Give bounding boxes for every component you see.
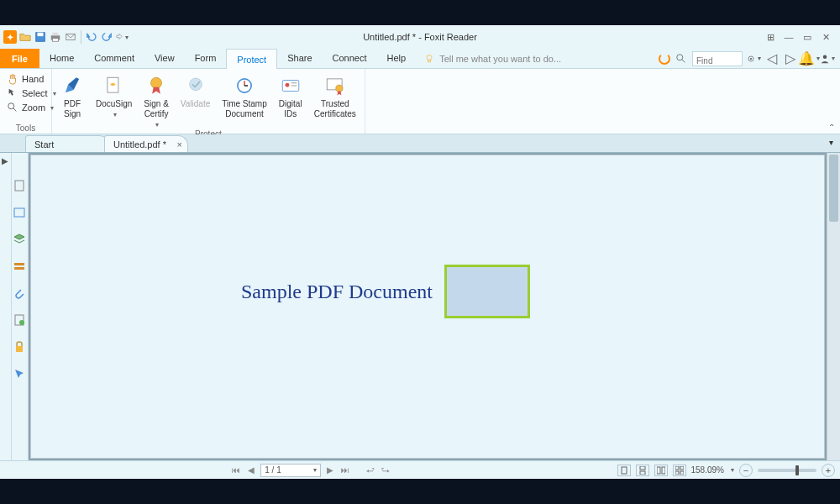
zoom-slider-thumb[interactable] — [795, 465, 799, 475]
svg-rect-41 — [675, 471, 679, 475]
panel-expand-icon[interactable]: ▶ — [0, 153, 12, 460]
document-heading: Sample PDF Document — [241, 281, 433, 303]
tab-form[interactable]: Form — [185, 49, 227, 68]
layers-icon[interactable] — [12, 232, 27, 247]
selected-annotation[interactable] — [444, 265, 530, 318]
user-icon[interactable]: ▾ — [820, 52, 835, 66]
sign-certify-button[interactable]: Sign &Certify ▾ — [139, 71, 173, 129]
attachments-icon[interactable] — [12, 286, 27, 301]
certificate-icon — [324, 75, 346, 97]
group-tools-label: Tools — [3, 123, 48, 134]
signatures-icon[interactable] — [12, 312, 27, 328]
tab-home[interactable]: Home — [39, 49, 84, 68]
zoom-dropdown-icon[interactable]: ▾ — [731, 466, 734, 474]
svg-rect-37 — [657, 467, 660, 474]
svg-rect-28 — [14, 208, 24, 217]
next-view-icon[interactable]: ⮑ — [380, 465, 391, 476]
hand-tool[interactable]: Hand — [3, 72, 60, 86]
maximize-button[interactable]: ▭ — [800, 30, 815, 44]
page-number-box[interactable]: 1 / 1▾ — [260, 464, 321, 477]
single-page-view-icon[interactable] — [617, 465, 631, 476]
tab-share[interactable]: Share — [277, 49, 322, 68]
ribbon-tabs: File Home Comment View Form Protect Shar… — [0, 49, 840, 69]
find-next-icon[interactable]: ▷ — [783, 52, 798, 66]
tab-protect[interactable]: Protect — [226, 49, 277, 69]
connectedreview-icon[interactable] — [12, 366, 27, 381]
find-prev-icon[interactable]: ◁ — [764, 52, 780, 66]
svg-rect-7 — [428, 60, 431, 61]
notification-icon[interactable]: 🔔▾ — [801, 52, 816, 66]
find-options-icon[interactable]: ▾ — [746, 52, 761, 66]
tab-connect[interactable]: Connect — [323, 49, 377, 68]
open-icon[interactable] — [18, 30, 32, 44]
ribbon-layout-icon[interactable]: ⊞ — [763, 30, 778, 44]
zoom-tool[interactable]: Zoom▾ — [3, 101, 60, 114]
find-input[interactable] — [693, 54, 742, 67]
last-page-icon[interactable]: ⏭ — [339, 465, 351, 476]
find-box[interactable] — [692, 51, 743, 66]
comments-icon[interactable] — [12, 259, 27, 274]
save-icon[interactable] — [34, 30, 47, 44]
validate-icon — [185, 75, 207, 97]
zoom-level: 158.09% — [691, 465, 724, 475]
zoom-out-button[interactable]: − — [739, 464, 753, 477]
scrollbar-thumb[interactable] — [829, 155, 838, 222]
close-tab-icon[interactable]: × — [177, 139, 182, 150]
zoom-slider[interactable] — [758, 469, 816, 472]
file-tab[interactable]: File — [0, 49, 39, 68]
window-title: Untitled.pdf * - Foxit Reader — [363, 32, 477, 42]
svg-rect-40 — [680, 466, 684, 470]
doc-tabs-menu-icon[interactable]: ▾ — [829, 138, 833, 147]
pages-icon[interactable] — [12, 205, 27, 220]
pen-icon — [61, 75, 83, 97]
docusign-button[interactable]: DocuSign ▾ — [91, 71, 137, 129]
svg-rect-29 — [14, 263, 24, 265]
first-page-icon[interactable]: ⏮ — [230, 465, 242, 476]
pdf-sign-button[interactable]: PDFSign — [55, 71, 89, 129]
prev-page-icon[interactable]: ◀ — [245, 465, 257, 476]
trusted-certs-button[interactable]: TrustedCertificates — [309, 71, 361, 129]
continuous-facing-view-icon[interactable] — [673, 465, 686, 476]
qat-customize-icon[interactable]: ▾ — [115, 30, 129, 44]
tab-comment[interactable]: Comment — [84, 49, 144, 68]
document-tabs: Start Untitled.pdf *× ▾ — [0, 134, 840, 153]
tab-view[interactable]: View — [144, 49, 185, 68]
select-tool[interactable]: Select▾ — [3, 87, 60, 100]
next-page-icon[interactable]: ▶ — [324, 465, 336, 476]
svg-line-9 — [682, 59, 685, 62]
zoom-in-button[interactable]: + — [822, 464, 835, 477]
svg-rect-33 — [16, 346, 23, 352]
redo-icon[interactable] — [100, 30, 113, 44]
bookmarks-icon[interactable] — [12, 178, 27, 193]
svg-rect-35 — [640, 466, 645, 470]
svg-point-32 — [19, 320, 24, 325]
svg-point-12 — [823, 55, 827, 59]
id-card-icon — [280, 75, 302, 97]
continuous-view-icon[interactable] — [636, 465, 649, 476]
doc-tab-current[interactable]: Untitled.pdf *× — [104, 135, 188, 152]
tab-help[interactable]: Help — [377, 49, 417, 68]
timestamp-button[interactable]: Time StampDocument — [217, 71, 272, 129]
svg-point-17 — [189, 78, 202, 91]
pdf-page[interactable]: Sample PDF Document — [30, 155, 825, 459]
vertical-scrollbar[interactable] — [827, 153, 840, 460]
security-icon[interactable] — [12, 339, 27, 354]
validate-button: Validate — [176, 71, 215, 129]
digital-ids-button[interactable]: DigitalIDs — [274, 71, 307, 129]
search-icon[interactable] — [674, 52, 689, 66]
email-icon[interactable] — [64, 30, 77, 44]
prev-view-icon[interactable]: ⮐ — [365, 465, 376, 476]
print-icon[interactable] — [49, 30, 62, 44]
doc-tab-start[interactable]: Start — [25, 135, 109, 152]
undo-icon[interactable] — [85, 30, 98, 44]
tell-me-search[interactable]: Tell me what you want to do... — [424, 49, 561, 68]
svg-point-13 — [8, 103, 14, 109]
svg-rect-30 — [14, 267, 24, 270]
minimize-button[interactable]: — — [781, 30, 796, 44]
svg-rect-3 — [53, 33, 59, 36]
loading-icon — [659, 53, 670, 65]
collapse-ribbon-icon[interactable]: ⌃ — [828, 123, 835, 132]
close-button[interactable]: ✕ — [818, 30, 833, 44]
svg-point-11 — [750, 57, 752, 59]
facing-view-icon[interactable] — [654, 465, 668, 476]
